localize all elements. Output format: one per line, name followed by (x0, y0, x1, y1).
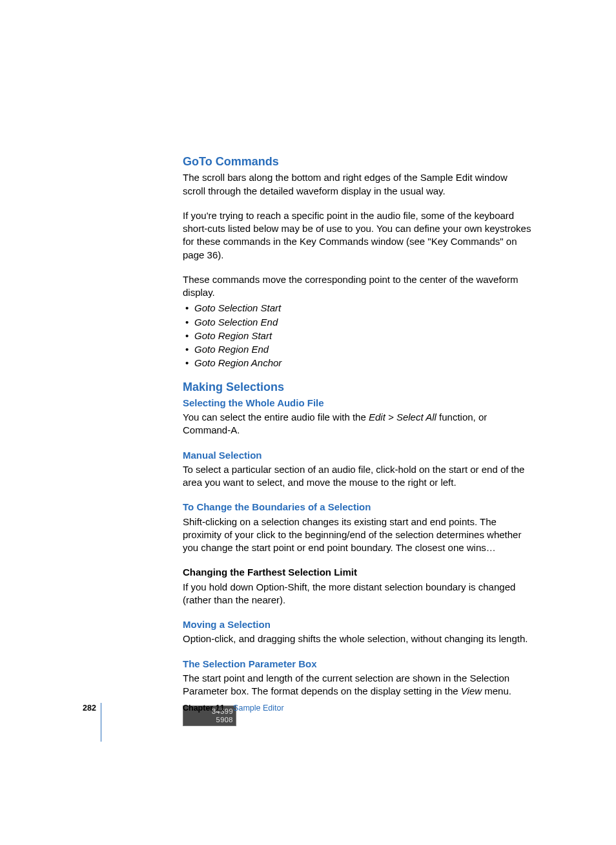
list-item: Goto Region Start (183, 329, 532, 342)
body-text: The scroll bars along the bottom and rig… (183, 171, 532, 198)
list-item: Goto Selection End (183, 316, 532, 329)
text-run: You can select the entire audio file wit… (183, 412, 369, 422)
subheading-black: Changing the Farthest Selection Limit (183, 566, 532, 579)
parameter-box-value: 5908 (185, 716, 233, 724)
subheading: Manual Selection (183, 449, 532, 462)
subheading: To Change the Boundaries of a Selection (183, 501, 532, 514)
text-run: menu. (482, 685, 511, 696)
body-text: To select a particular section of an aud… (183, 463, 532, 490)
list-item: Goto Region Anchor (183, 357, 532, 370)
goto-command-list: Goto Selection Start Goto Selection End … (183, 302, 532, 370)
list-item: Goto Region End (183, 343, 532, 356)
body-text: If you're trying to reach a specific poi… (183, 209, 532, 262)
body-text: The start point and length of the curren… (183, 672, 532, 698)
subsection-selecting-whole: Selecting the Whole Audio File You can s… (183, 397, 532, 437)
chapter-title: Sample Editor (233, 704, 284, 713)
subheading: Moving a Selection (183, 618, 532, 631)
chapter-number: Chapter 11 (183, 704, 225, 713)
chapter-line: Chapter 11 Sample Editor (183, 703, 284, 714)
subsection-farthest-limit: Changing the Farthest Selection Limit If… (183, 566, 532, 607)
page: GoTo Commands The scroll bars along the … (0, 0, 616, 845)
subsection-manual-selection: Manual Selection To select a particular … (183, 449, 532, 490)
body-text: If you hold down Option-Shift, the more … (183, 581, 532, 607)
footer-divider (101, 703, 101, 742)
list-item: Goto Selection Start (183, 302, 532, 315)
subheading: Selecting the Whole Audio File (183, 397, 532, 410)
subheading: The Selection Parameter Box (183, 658, 532, 671)
text-run-italic: Edit > Select All (369, 412, 436, 422)
heading-goto-commands: GoTo Commands (183, 154, 532, 169)
heading-making-selections: Making Selections (183, 379, 532, 395)
body-text: Option-click, and dragging shifts the wh… (183, 632, 532, 645)
subsection-change-boundaries: To Change the Boundaries of a Selection … (183, 501, 532, 554)
body-text: You can select the entire audio file wit… (183, 411, 532, 437)
body-text: These commands move the corresponding po… (183, 273, 532, 300)
subsection-parameter-box: The Selection Parameter Box The start po… (183, 658, 532, 726)
body-text: Shift-clicking on a selection changes it… (183, 516, 532, 555)
page-number: 282 (83, 703, 96, 714)
text-run-italic: View (461, 685, 482, 696)
subsection-moving-selection: Moving a Selection Option-click, and dra… (183, 618, 532, 646)
